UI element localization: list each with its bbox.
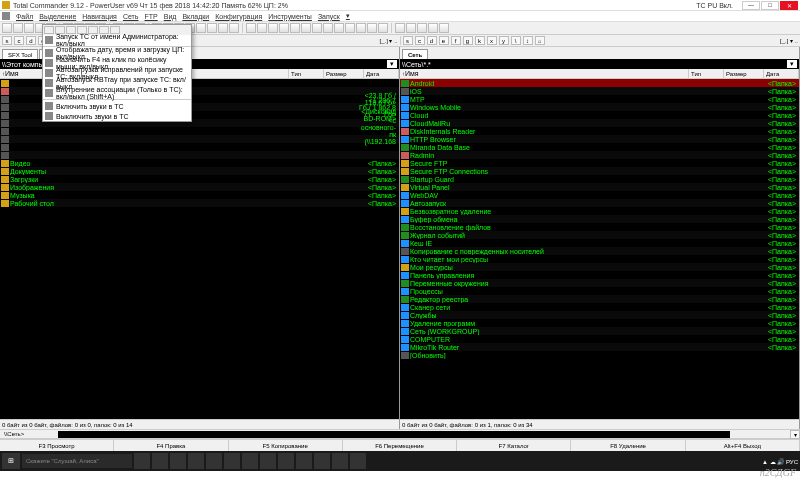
- col-date[interactable]: Дата: [764, 69, 799, 78]
- drive-btn[interactable]: s: [2, 36, 12, 45]
- drive-btn[interactable]: s: [403, 36, 413, 45]
- file-row[interactable]: Virtual Panel<Папка>: [400, 183, 799, 191]
- menu-select[interactable]: Выделение: [39, 13, 76, 20]
- file-row[interactable]: [0, 143, 399, 151]
- f6-move[interactable]: F6 Перемещение: [343, 440, 457, 451]
- start-button[interactable]: ⊞: [2, 453, 20, 469]
- drive-btn[interactable]: e: [439, 36, 449, 45]
- tool-btn[interactable]: [406, 23, 416, 33]
- tool-btn[interactable]: [290, 23, 300, 33]
- col-size[interactable]: Размер: [324, 69, 364, 78]
- path-right[interactable]: \\Сеть\*.*▾: [400, 59, 799, 69]
- dd-hbtn[interactable]: [44, 26, 54, 34]
- col-date[interactable]: Дата: [364, 69, 399, 78]
- tool-btn[interactable]: [13, 23, 23, 33]
- file-row[interactable]: Secure FTP Connections<Папка>: [400, 167, 799, 175]
- tool-btn[interactable]: [301, 23, 311, 33]
- task-icon[interactable]: [170, 453, 186, 469]
- tab-net[interactable]: Сеть: [402, 49, 428, 59]
- minimize-button[interactable]: —: [742, 1, 760, 10]
- task-icon[interactable]: [242, 453, 258, 469]
- dd-sound-off[interactable]: Выключить звуки в TC: [43, 111, 191, 121]
- f7-dir[interactable]: F7 Каталог: [457, 440, 571, 451]
- drive-btn[interactable]: c: [415, 36, 425, 45]
- file-row[interactable]: Службы<Папка>: [400, 311, 799, 319]
- file-row[interactable]: [0, 151, 399, 159]
- file-row[interactable]: Windows Mobile<Папка>: [400, 103, 799, 111]
- file-row[interactable]: Буфер обмена<Папка>: [400, 215, 799, 223]
- tool-btn[interactable]: [439, 23, 449, 33]
- file-row[interactable]: Сканер сети<Папка>: [400, 303, 799, 311]
- file-row[interactable]: Удаление программ<Папка>: [400, 319, 799, 327]
- col-size[interactable]: Размер: [724, 69, 764, 78]
- file-list-left[interactable]: <23,8 Гб / 118,6 Гб><1 286,7 Гб / 1 862,…: [0, 79, 399, 419]
- file-row[interactable]: Изображения<Папка>: [0, 183, 399, 191]
- file-row[interactable]: Кто читает мои ресурсы<Папка>: [400, 255, 799, 263]
- tool-btn[interactable]: [246, 23, 256, 33]
- drive-btn[interactable]: \: [511, 36, 521, 45]
- drive-btn[interactable]: ⌂: [535, 36, 545, 45]
- file-row[interactable]: CloudMailRu<Папка>: [400, 119, 799, 127]
- drive-btn[interactable]: y: [499, 36, 509, 45]
- file-row[interactable]: Панель управления<Папка>: [400, 271, 799, 279]
- tool-btn[interactable]: [196, 23, 206, 33]
- menu-file[interactable]: Файл: [16, 13, 33, 20]
- file-row[interactable]: COMPUTER<Папка>: [400, 335, 799, 343]
- drive-btn[interactable]: d: [427, 36, 437, 45]
- maximize-button[interactable]: □: [761, 1, 779, 10]
- f3-view[interactable]: F3 Просмотр: [0, 440, 114, 451]
- task-icon[interactable]: [350, 453, 366, 469]
- file-row[interactable]: Автозапуск<Папка>: [400, 199, 799, 207]
- tool-btn[interactable]: [312, 23, 322, 33]
- dd-assoc[interactable]: Внутренние ассоциации (Только в TC): вкл…: [43, 88, 191, 98]
- file-row[interactable]: Видео<Папка>: [0, 159, 399, 167]
- file-row[interactable]: Radmin<Папка>: [400, 151, 799, 159]
- altf4-exit[interactable]: Alt+F4 Выход: [686, 440, 800, 451]
- file-row[interactable]: Процессы<Папка>: [400, 287, 799, 295]
- drive-btn[interactable]: k: [475, 36, 485, 45]
- f8-del[interactable]: F8 Удаление: [571, 440, 685, 451]
- task-icon[interactable]: [134, 453, 150, 469]
- menu-nav[interactable]: Навигация: [82, 13, 117, 20]
- task-icon[interactable]: [206, 453, 222, 469]
- menu-net[interactable]: Сеть: [123, 13, 139, 20]
- tool-btn[interactable]: [218, 23, 228, 33]
- tool-btn[interactable]: [367, 23, 377, 33]
- dd-run-admin[interactable]: Запуск TC от имени Администратора: вкл/в…: [43, 35, 191, 45]
- file-row[interactable]: WebDAV<Папка>: [400, 191, 799, 199]
- f5-copy[interactable]: F5 Копирование: [229, 440, 343, 451]
- drive-btn[interactable]: c: [14, 36, 24, 45]
- drive-btn[interactable]: d: [26, 36, 36, 45]
- col-name[interactable]: ↑Имя: [400, 69, 689, 78]
- file-row[interactable]: <с основного-пк (\\192.168: [0, 127, 399, 135]
- f4-edit[interactable]: F4 Правка: [114, 440, 228, 451]
- file-row[interactable]: Редактор реестра<Папка>: [400, 295, 799, 303]
- file-row[interactable]: [0, 135, 399, 143]
- file-row[interactable]: Miranda Data Base<Папка>: [400, 143, 799, 151]
- file-row[interactable]: Документы<Папка>: [0, 167, 399, 175]
- menu-tools[interactable]: Инструменты: [268, 13, 312, 20]
- tool-btn[interactable]: [2, 23, 12, 33]
- tab-sfx[interactable]: SFX Tool: [2, 49, 38, 59]
- tool-btn[interactable]: [345, 23, 355, 33]
- dd-sound-on[interactable]: Включить звуки в TC: [43, 101, 191, 111]
- tool-btn[interactable]: [334, 23, 344, 33]
- file-row[interactable]: Журнал событий<Папка>: [400, 231, 799, 239]
- task-icon[interactable]: [260, 453, 276, 469]
- cmd-dropdown[interactable]: ▾: [790, 430, 800, 439]
- task-icon[interactable]: [278, 453, 294, 469]
- path-dropdown-icon[interactable]: ▾: [387, 60, 397, 68]
- tool-btn[interactable]: [378, 23, 388, 33]
- tool-btn[interactable]: [257, 23, 267, 33]
- tool-btn[interactable]: [229, 23, 239, 33]
- command-input[interactable]: [58, 431, 730, 438]
- tool-btn[interactable]: [417, 23, 427, 33]
- task-icon[interactable]: [296, 453, 312, 469]
- menu-ftp[interactable]: FTP: [144, 13, 157, 20]
- task-icon[interactable]: [314, 453, 330, 469]
- task-icon[interactable]: [188, 453, 204, 469]
- file-row[interactable]: Безвозвратное удаление<Папка>: [400, 207, 799, 215]
- close-button[interactable]: ✕: [780, 1, 798, 10]
- col-type[interactable]: Тип: [289, 69, 324, 78]
- file-row[interactable]: Музыка<Папка>: [0, 191, 399, 199]
